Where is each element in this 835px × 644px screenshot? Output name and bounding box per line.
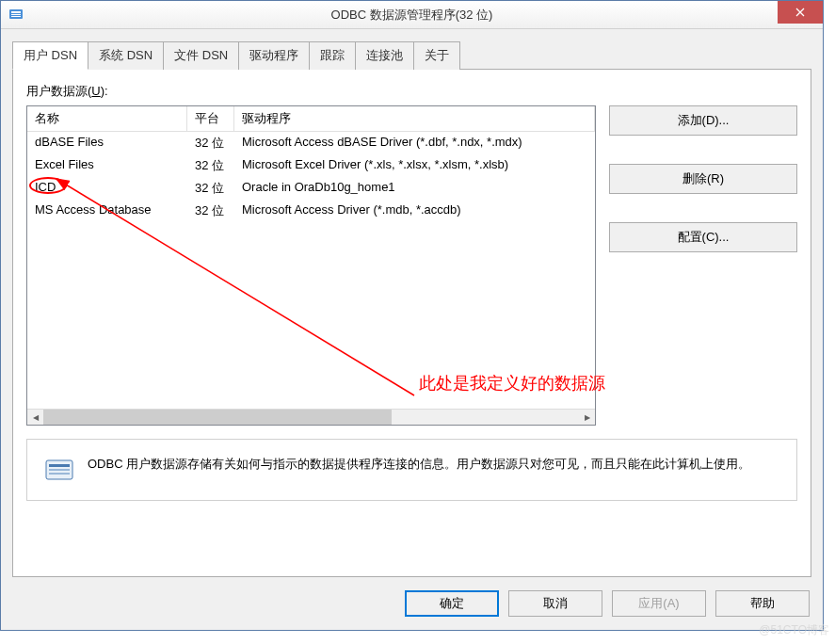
watermark: @51CTO博客 [759,622,829,638]
table-row[interactable]: MS Access Database 32 位 Microsoft Access… [27,200,595,222]
dsn-table[interactable]: 名称 平台 驱动程序 dBASE Files 32 位 Microsoft Ac… [26,105,596,426]
col-driver[interactable]: 驱动程序 [234,106,595,131]
tab-strip: 用户 DSN 系统 DSN 文件 DSN 驱动程序 跟踪 连接池 关于 [12,40,811,70]
table-body: dBASE Files 32 位 Microsoft Access dBASE … [27,132,595,409]
window-title: ODBC 数据源管理程序(32 位) [331,7,493,24]
col-name[interactable]: 名称 [27,106,187,131]
svg-rect-1 [11,11,21,13]
list-label: 用户数据源(U): [26,83,797,100]
app-icon [8,7,24,22]
info-box: ODBC 用户数据源存储有关如何与指示的数据提供程序连接的信息。用户数据源只对您… [26,439,797,501]
table-row[interactable]: ICD 32 位 Oracle in OraDb10g_home1 [27,177,595,200]
tab-about[interactable]: 关于 [413,41,460,70]
dialog-button-row: 确定 取消 应用(A) 帮助 [12,577,811,619]
horizontal-scrollbar[interactable]: ◀ ▶ [27,409,595,425]
svg-rect-3 [11,16,21,17]
info-text: ODBC 用户数据源存储有关如何与指示的数据提供程序连接的信息。用户数据源只对您… [88,455,750,485]
tab-file-dsn[interactable]: 文件 DSN [163,41,239,70]
main-row: 名称 平台 驱动程序 dBASE Files 32 位 Microsoft Ac… [26,105,797,426]
close-button[interactable] [778,1,823,24]
scroll-right-icon[interactable]: ▶ [579,410,595,426]
side-button-panel: 添加(D)... 删除(R) 配置(C)... [609,105,797,426]
svg-rect-9 [49,473,70,475]
dialog-window: ODBC 数据源管理程序(32 位) 用户 DSN 系统 DSN 文件 DSN … [0,0,824,631]
tab-drivers[interactable]: 驱动程序 [238,41,310,70]
dialog-content: 用户 DSN 系统 DSN 文件 DSN 驱动程序 跟踪 连接池 关于 用户数据… [1,29,823,630]
tab-panel: 用户数据源(U): 名称 平台 驱动程序 dBASE Files 32 位 Mi… [12,70,811,577]
scroll-left-icon[interactable]: ◀ [27,410,43,426]
remove-button[interactable]: 删除(R) [609,164,797,194]
tab-user-dsn[interactable]: 用户 DSN [12,41,88,70]
table-row[interactable]: Excel Files 32 位 Microsoft Excel Driver … [27,154,595,177]
tab-tracing[interactable]: 跟踪 [309,41,356,70]
svg-rect-7 [49,464,70,467]
ok-button[interactable]: 确定 [405,590,499,617]
svg-rect-8 [49,469,70,471]
svg-rect-2 [11,14,21,15]
table-header: 名称 平台 驱动程序 [27,106,595,132]
col-platform[interactable]: 平台 [187,106,234,131]
cancel-button[interactable]: 取消 [508,590,602,617]
configure-button[interactable]: 配置(C)... [609,222,797,252]
apply-button: 应用(A) [612,590,706,617]
datasource-icon [44,455,74,485]
tab-system-dsn[interactable]: 系统 DSN [88,41,164,70]
titlebar: ODBC 数据源管理程序(32 位) [1,1,823,29]
scroll-thumb[interactable] [43,410,392,426]
titlebar-buttons [778,1,823,24]
help-button[interactable]: 帮助 [715,590,810,617]
scroll-track[interactable] [43,410,579,426]
table-row[interactable]: dBASE Files 32 位 Microsoft Access dBASE … [27,132,595,154]
add-button[interactable]: 添加(D)... [609,105,797,136]
tab-pooling[interactable]: 连接池 [355,41,414,70]
